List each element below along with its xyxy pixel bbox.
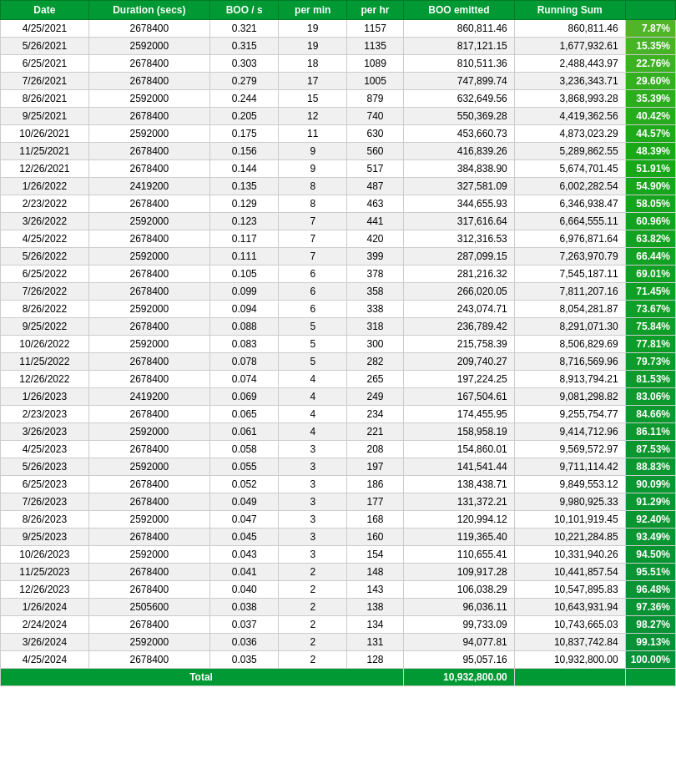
- cell-per-min: 3: [279, 458, 347, 476]
- cell-per-hr: 131: [347, 634, 404, 651]
- cell-per-hr: 517: [347, 160, 404, 178]
- cell-pct: 40.42%: [625, 108, 675, 125]
- cell-running-sum: 4,873,023.29: [514, 125, 625, 143]
- header-pct: [625, 1, 675, 20]
- cell-boo-per-s: 0.043: [209, 546, 279, 564]
- cell-running-sum: 6,002,282.54: [514, 178, 625, 195]
- cell-running-sum: 8,291,071.30: [514, 318, 625, 336]
- cell-date: 2/23/2023: [1, 406, 89, 423]
- cell-duration: 2419200: [88, 388, 209, 406]
- cell-boo-per-s: 0.052: [209, 476, 279, 493]
- cell-boo-per-s: 0.105: [209, 266, 279, 283]
- cell-boo-emitted: 287,099.15: [404, 248, 515, 266]
- cell-date: 11/25/2022: [1, 353, 89, 371]
- cell-running-sum: 7,263,970.79: [514, 248, 625, 266]
- cell-boo-emitted: 312,316.53: [404, 230, 515, 248]
- table-row: 2/24/2024 2678400 0.037 2 134 99,733.09 …: [1, 616, 676, 634]
- cell-boo-per-s: 0.111: [209, 248, 279, 266]
- table-row: 12/26/2021 2678400 0.144 9 517 384,838.9…: [1, 160, 676, 178]
- cell-boo-emitted: 747,899.74: [404, 73, 515, 90]
- cell-boo-emitted: 141,541.44: [404, 458, 515, 476]
- cell-per-hr: 487: [347, 178, 404, 195]
- cell-boo-emitted: 110,655.41: [404, 546, 515, 564]
- cell-per-min: 8: [279, 195, 347, 213]
- cell-running-sum: 6,664,555.11: [514, 213, 625, 230]
- table-row: 12/26/2022 2678400 0.074 4 265 197,224.2…: [1, 371, 676, 388]
- cell-running-sum: 10,221,284.85: [514, 529, 625, 546]
- cell-pct: 99.13%: [625, 634, 675, 651]
- cell-running-sum: 3,236,343.71: [514, 73, 625, 90]
- table-row: 6/25/2023 2678400 0.052 3 186 138,438.71…: [1, 476, 676, 493]
- table-row: 7/26/2022 2678400 0.099 6 358 266,020.05…: [1, 283, 676, 301]
- table-row: 9/25/2022 2678400 0.088 5 318 236,789.42…: [1, 318, 676, 336]
- cell-boo-per-s: 0.041: [209, 564, 279, 581]
- cell-duration: 2678400: [88, 493, 209, 511]
- cell-pct: 88.83%: [625, 458, 675, 476]
- cell-per-min: 12: [279, 108, 347, 125]
- cell-per-hr: 1089: [347, 55, 404, 73]
- cell-per-hr: 134: [347, 616, 404, 634]
- cell-per-min: 6: [279, 266, 347, 283]
- cell-running-sum: 8,506,829.69: [514, 336, 625, 353]
- cell-per-hr: 177: [347, 493, 404, 511]
- cell-boo-emitted: 209,740.27: [404, 353, 515, 371]
- cell-boo-emitted: 453,660.73: [404, 125, 515, 143]
- cell-running-sum: 2,488,443.97: [514, 55, 625, 73]
- cell-date: 2/24/2024: [1, 616, 89, 634]
- cell-per-min: 2: [279, 564, 347, 581]
- cell-running-sum: 9,414,712.96: [514, 423, 625, 441]
- cell-boo-emitted: 99,733.09: [404, 616, 515, 634]
- cell-pct: 96.48%: [625, 581, 675, 599]
- cell-per-min: 19: [279, 20, 347, 38]
- cell-boo-emitted: 96,036.11: [404, 599, 515, 616]
- cell-boo-emitted: 243,074.71: [404, 301, 515, 318]
- cell-boo-emitted: 167,504.61: [404, 388, 515, 406]
- cell-pct: 22.76%: [625, 55, 675, 73]
- cell-running-sum: 7,545,187.11: [514, 266, 625, 283]
- cell-pct: 54.90%: [625, 178, 675, 195]
- cell-pct: 73.67%: [625, 301, 675, 318]
- cell-boo-per-s: 0.058: [209, 441, 279, 458]
- table-row: 2/23/2023 2678400 0.065 4 234 174,455.95…: [1, 406, 676, 423]
- table-row: 5/26/2023 2592000 0.055 3 197 141,541.44…: [1, 458, 676, 476]
- table-row: 6/25/2021 2678400 0.303 18 1089 810,511.…: [1, 55, 676, 73]
- cell-date: 10/26/2023: [1, 546, 89, 564]
- cell-boo-emitted: 174,455.95: [404, 406, 515, 423]
- cell-date: 8/26/2022: [1, 301, 89, 318]
- cell-per-hr: 420: [347, 230, 404, 248]
- header-per-hr: per hr: [347, 1, 404, 20]
- cell-per-min: 5: [279, 318, 347, 336]
- cell-pct: 92.40%: [625, 511, 675, 529]
- cell-per-min: 7: [279, 230, 347, 248]
- table-row: 11/25/2021 2678400 0.156 9 560 416,839.2…: [1, 143, 676, 160]
- cell-date: 6/25/2023: [1, 476, 89, 493]
- table-row: 12/26/2023 2678400 0.040 2 143 106,038.2…: [1, 581, 676, 599]
- table-row: 3/26/2022 2592000 0.123 7 441 317,616.64…: [1, 213, 676, 230]
- cell-date: 5/26/2023: [1, 458, 89, 476]
- cell-running-sum: 10,101,919.45: [514, 511, 625, 529]
- cell-pct: 69.01%: [625, 266, 675, 283]
- table-row: 2/23/2022 2678400 0.129 8 463 344,655.93…: [1, 195, 676, 213]
- cell-per-hr: 234: [347, 406, 404, 423]
- cell-date: 7/26/2023: [1, 493, 89, 511]
- cell-per-min: 3: [279, 476, 347, 493]
- cell-running-sum: 5,289,862.55: [514, 143, 625, 160]
- cell-date: 6/25/2022: [1, 266, 89, 283]
- cell-date: 8/26/2023: [1, 511, 89, 529]
- cell-date: 12/26/2023: [1, 581, 89, 599]
- cell-per-hr: 143: [347, 581, 404, 599]
- table-row: 4/25/2024 2678400 0.035 2 128 95,057.16 …: [1, 651, 676, 669]
- cell-duration: 2678400: [88, 616, 209, 634]
- header-boo-emitted: BOO emitted: [404, 1, 515, 20]
- cell-boo-emitted: 860,811.46: [404, 20, 515, 38]
- cell-duration: 2678400: [88, 160, 209, 178]
- cell-boo-emitted: 119,365.40: [404, 529, 515, 546]
- cell-duration: 2678400: [88, 20, 209, 38]
- cell-boo-emitted: 810,511.36: [404, 55, 515, 73]
- cell-duration: 2592000: [88, 423, 209, 441]
- cell-per-min: 7: [279, 213, 347, 230]
- cell-boo-per-s: 0.035: [209, 651, 279, 669]
- cell-boo-per-s: 0.135: [209, 178, 279, 195]
- header-running-sum: Running Sum: [514, 1, 625, 20]
- table-row: 11/25/2022 2678400 0.078 5 282 209,740.2…: [1, 353, 676, 371]
